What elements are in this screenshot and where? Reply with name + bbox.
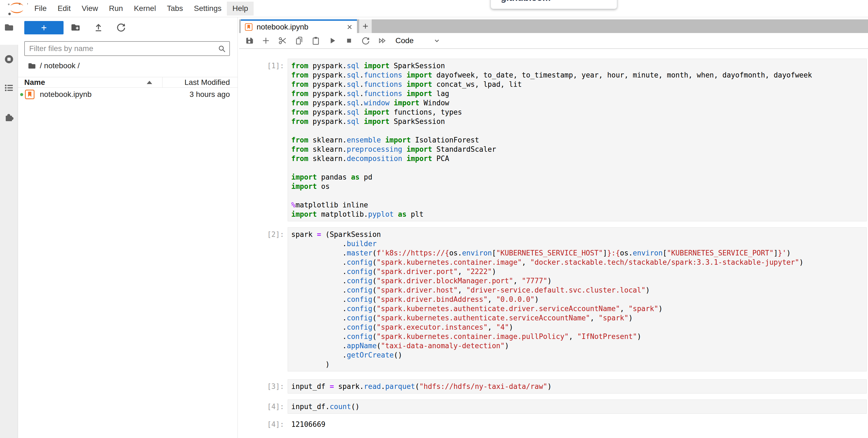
restart-kernel-button[interactable]	[360, 35, 372, 47]
menu-item-file[interactable]: File	[29, 0, 52, 17]
code-line: %matplotlib inline	[291, 200, 864, 210]
cell-type-select[interactable]: Code	[395, 36, 414, 45]
plus-icon	[362, 22, 369, 30]
column-header-modified[interactable]: Last Modified	[184, 78, 230, 87]
table-of-contents-icon[interactable]	[4, 82, 14, 93]
code-line: from pyspark.sql.window import Window	[291, 98, 864, 108]
search-icon	[217, 44, 227, 54]
menu-item-view[interactable]: View	[76, 0, 103, 17]
upload-icon	[93, 22, 104, 33]
menu-item-help[interactable]: Help	[227, 2, 254, 16]
notebook-toolbar: Code	[239, 33, 868, 49]
upload-button[interactable]	[92, 21, 104, 33]
popup-origin-text: github.com	[501, 0, 551, 3]
refresh-file-list-button[interactable]	[115, 21, 127, 33]
cell-editor[interactable]: input_df.count()	[288, 400, 867, 414]
code-line: from pyspark.sql.functions import concat…	[291, 80, 864, 89]
code-line: .getOrCreate()	[291, 350, 864, 360]
code-line: from pyspark.sql import SparkSession	[291, 117, 864, 126]
run-icon	[328, 36, 337, 46]
menu-item-tabs[interactable]: Tabs	[161, 0, 188, 17]
code-cell: [2]:spark = (SparkSession .builder .mast…	[239, 227, 867, 372]
file-row[interactable]: notebook.ipynb3 hours ago	[18, 88, 238, 101]
main-dock-area: notebook.ipynb	[239, 17, 868, 438]
file-name: notebook.ipynb	[40, 90, 92, 99]
code-line: .builder	[291, 239, 864, 249]
code-line: .config("spark.driver.host", "driver-ser…	[291, 286, 864, 295]
copy-cells-button[interactable]	[293, 35, 305, 47]
code-line: .appName("taxi-data-anomaly-detection")	[291, 341, 864, 350]
new-launcher-button[interactable]: +	[24, 21, 64, 34]
menu-item-run[interactable]: Run	[104, 0, 128, 17]
notebook-scroll-area[interactable]: [1]:from pyspark.sql import SparkSession…	[239, 49, 868, 438]
code-line: 12106669	[291, 420, 867, 429]
column-header-name[interactable]: Name	[24, 78, 45, 87]
restart-icon	[361, 36, 371, 46]
paste-icon	[311, 36, 321, 46]
code-line: input_df = spark.read.parquet("hdfs://hd…	[291, 382, 864, 391]
running-kernels-icon[interactable]	[4, 54, 14, 65]
browser-popup: github.com	[491, 0, 617, 9]
cell-editor[interactable]: input_df = spark.read.parquet("hdfs://hd…	[288, 379, 867, 393]
cell-editor[interactable]: spark = (SparkSession .builder .master(f…	[288, 227, 867, 372]
code-line: spark = (SparkSession	[291, 230, 864, 239]
interrupt-kernel-button[interactable]	[343, 35, 355, 47]
file-list-header: Name Last Modified	[18, 77, 238, 88]
code-line: from pyspark.sql.functions import dayofw…	[291, 70, 864, 80]
menu-item-edit[interactable]: Edit	[52, 0, 76, 17]
breadcrumb[interactable]: / notebook /	[27, 60, 80, 71]
paste-cells-button[interactable]	[310, 35, 322, 47]
cell-prompt: [2]:	[256, 230, 284, 239]
code-line: from pyspark.sql import SparkSession	[291, 61, 864, 70]
file-modified: 3 hours ago	[189, 90, 230, 99]
file-list: notebook.ipynb3 hours ago	[18, 88, 238, 101]
code-line: from pyspark.sql.functions import lag	[291, 89, 864, 98]
main-menu-bar: FileEditViewRunKernelTabsSettingsHelp	[0, 0, 868, 17]
code-cell: [1]:from pyspark.sql import SparkSession…	[239, 59, 867, 221]
new-tab-button[interactable]	[359, 19, 372, 33]
menu-item-settings[interactable]: Settings	[188, 0, 227, 17]
code-line: .config("spark.kubernetes.authenticate.d…	[291, 304, 864, 313]
home-folder-icon[interactable]	[27, 61, 36, 70]
code-line: .config("spark.driver.port", "2222")	[291, 267, 864, 276]
code-line: input_df.count()	[291, 402, 864, 411]
code-cell: [3]:input_df = spark.read.parquet("hdfs:…	[239, 379, 867, 393]
close-tab-icon[interactable]	[345, 23, 354, 31]
run-all-cells-button[interactable]	[376, 35, 388, 47]
cell-prompt: [4]:	[256, 402, 284, 411]
cell-prompt: [1]:	[256, 61, 284, 70]
dock-tab-bar: notebook.ipynb	[239, 19, 868, 33]
tab-notebook[interactable]: notebook.ipynb	[241, 19, 357, 33]
code-line: .config("spark.kubernetes.container.imag…	[291, 258, 864, 267]
file-browser-icon[interactable]	[4, 22, 14, 33]
plus-icon	[261, 36, 271, 46]
running-status-dot	[20, 93, 23, 96]
code-line: from pyspark.sql import functions, types	[291, 108, 864, 117]
code-line: .master(f'k8s://https://{os.environ["KUB…	[291, 249, 864, 258]
code-line: .config("spark.kubernetes.container.imag…	[291, 332, 864, 341]
new-folder-button[interactable]	[69, 21, 82, 33]
chevron-down-icon[interactable]	[433, 36, 441, 45]
cell-editor[interactable]: from pyspark.sql import SparkSessionfrom…	[288, 59, 867, 221]
insert-cell-button[interactable]	[260, 35, 272, 47]
code-line	[291, 191, 864, 200]
code-line: .config("spark.driver.bindAddress", "0.0…	[291, 295, 864, 304]
scissors-icon	[278, 36, 287, 46]
save-button[interactable]	[243, 35, 255, 47]
breadcrumb-path: / notebook /	[40, 61, 80, 70]
cut-cells-button[interactable]	[277, 35, 288, 47]
new-folder-icon	[70, 22, 81, 33]
run-cell-button[interactable]	[327, 35, 338, 47]
file-filter-input[interactable]	[25, 42, 229, 55]
code-line: from sklearn.decomposition import PCA	[291, 154, 864, 163]
refresh-icon	[116, 22, 127, 33]
save-icon	[244, 36, 254, 46]
output-area: [4]:12106669	[239, 420, 867, 429]
output-prompt: [4]:	[256, 420, 284, 429]
extensions-puzzle-icon[interactable]	[4, 112, 14, 123]
code-line	[291, 126, 864, 135]
fast-forward-icon	[377, 36, 387, 46]
notebook-file-icon	[25, 89, 35, 99]
menu-item-kernel[interactable]: Kernel	[128, 0, 161, 17]
code-line: import matplotlib.pyplot as plt	[291, 210, 864, 219]
